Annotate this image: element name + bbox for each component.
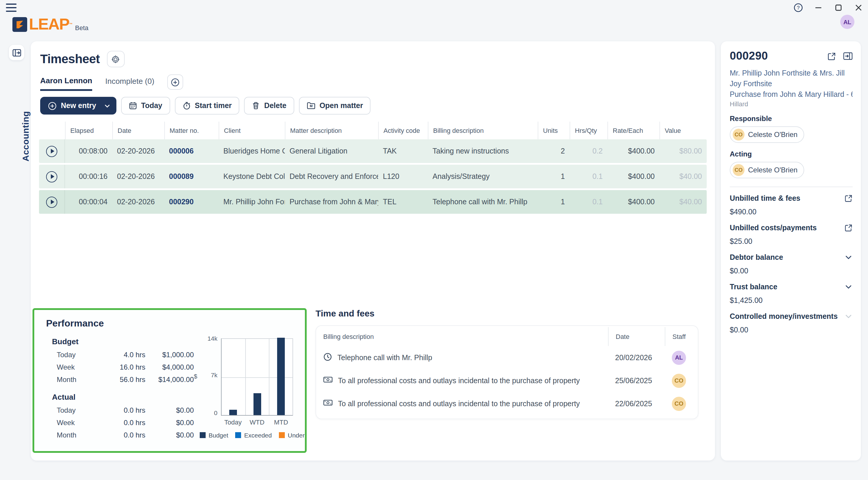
billing-description-cell: Taking new instructions — [428, 139, 538, 163]
chart-bar-mtd — [277, 338, 284, 415]
section-value: $1,425.00 — [730, 297, 852, 305]
rate-each-cell: $400.00 — [608, 165, 659, 188]
play-icon[interactable] — [46, 171, 57, 182]
performance-stat-row: Week0.0 hrs$0.00 — [52, 416, 194, 428]
start-timer-button[interactable]: Start timer — [175, 97, 239, 114]
column-header: Billing description — [428, 122, 538, 139]
clock-icon — [323, 352, 332, 363]
time-and-fees-header: Billing descriptionDateStaff — [316, 327, 698, 346]
money-icon — [323, 399, 333, 409]
performance-stat-row: Week16.0 hrs$4,000.00 — [52, 361, 194, 373]
matter-section: Controlled money/investments$0.00 — [730, 313, 852, 335]
fees-row[interactable]: To all professional costs and outlays in… — [316, 392, 698, 415]
tab-incomplete[interactable]: Incomplete (0) — [105, 77, 154, 90]
hrs-qty-cell: 0.2 — [569, 139, 608, 163]
section-label: Controlled money/investments — [730, 313, 844, 321]
fees-row[interactable]: To all professional costs and outlays in… — [316, 369, 698, 392]
gear-icon[interactable] — [107, 51, 125, 67]
section-header[interactable]: Debtor balance — [730, 253, 852, 262]
value-cell: $40.00 — [659, 190, 707, 214]
matter-no-link[interactable]: 000290 — [164, 190, 219, 214]
chart-bar-wtd — [253, 393, 261, 415]
activity-code-cell: TEL — [378, 190, 428, 214]
external-link-icon[interactable] — [844, 195, 852, 203]
matter-no-link[interactable]: 000089 — [164, 165, 219, 188]
fees-row[interactable]: Telephone call with Mr. Phillp20/02/2026… — [316, 346, 698, 369]
tab-aaron-lennon[interactable]: Aaron Lennon — [40, 76, 92, 91]
budget-label: Budget — [52, 337, 194, 346]
legend-item: Under — [279, 432, 305, 439]
money-icon — [323, 376, 333, 385]
client-cell: Mr. Phillip John Fort... — [219, 190, 285, 214]
close-icon[interactable] — [852, 2, 864, 13]
matter-section: Unbilled costs/payments$25.00 — [730, 224, 852, 246]
svg-text:?: ? — [797, 5, 800, 11]
hrs-qty-cell: 0.1 — [569, 165, 608, 188]
elapsed-cell: 00:08:00 — [65, 139, 112, 163]
performance-stat-row: Month0.0 hrs$0.00 — [52, 428, 194, 441]
column-header: Rate/Each — [608, 122, 659, 139]
play-icon[interactable] — [46, 196, 57, 208]
column-header: Hrs/Qty — [569, 122, 608, 139]
acting-person-chip[interactable]: CO Celeste O'Brien — [730, 162, 804, 179]
section-label: Trust balance — [730, 283, 844, 292]
play-icon[interactable] — [46, 145, 57, 157]
chevron-down-icon — [104, 102, 111, 109]
open-matter-button[interactable]: M Open matter — [299, 97, 370, 114]
chevron-down-icon[interactable] — [844, 253, 852, 262]
performance-stat-row: Today4.0 hrs$1,000.00 — [52, 348, 194, 361]
collapse-panel-icon[interactable] — [843, 52, 852, 61]
section-header[interactable]: Trust balance — [730, 283, 852, 292]
chart-ytick: 7k — [195, 371, 217, 378]
sidebar-item-accounting[interactable]: Accounting — [20, 111, 30, 162]
timesheet-row[interactable]: 00:08:0002-20-2026000006Blueridges Home … — [39, 139, 707, 163]
timesheet-tabs: Aaron Lennon Incomplete (0) — [39, 74, 707, 92]
timesheet-row[interactable]: 00:00:1602-20-2026000089Keystone Debt Co… — [39, 165, 707, 188]
performance-panel: Performance Budget Today4.0 hrs$1,000.00… — [32, 308, 307, 453]
help-icon[interactable]: ? — [793, 2, 804, 13]
section-label: Debtor balance — [730, 253, 844, 262]
chart-ytick: 0 — [195, 409, 217, 416]
section-header[interactable]: Unbilled time & fees — [730, 195, 852, 203]
external-link-icon[interactable] — [827, 52, 836, 61]
minimize-icon[interactable] — [812, 2, 824, 13]
timesheet-panel: Timesheet Aaron Lennon Incomplete (0) Ne… — [31, 41, 715, 460]
avatar: CO — [733, 164, 745, 176]
calendar-icon — [129, 102, 137, 110]
plus-circle-icon — [48, 101, 57, 110]
maximize-icon[interactable] — [833, 2, 844, 13]
leap-logo-icon — [12, 17, 27, 32]
elapsed-cell: 00:00:16 — [65, 165, 112, 188]
responsible-person-chip[interactable]: CO Celeste O'Brien — [730, 127, 804, 143]
chevron-down-icon[interactable] — [844, 313, 852, 321]
matter-no-link[interactable]: 000006 — [164, 139, 219, 163]
add-tab-icon[interactable] — [167, 74, 183, 90]
divider — [730, 187, 852, 187]
section-header[interactable]: Unbilled costs/payments — [730, 224, 852, 232]
new-entry-button[interactable]: New entry — [40, 97, 116, 114]
rate-each-cell: $400.00 — [608, 139, 659, 163]
performance-stat-row: Today0.0 hrs$0.00 — [52, 404, 194, 416]
today-button[interactable]: Today — [121, 97, 170, 114]
column-header: Activity code — [378, 122, 428, 139]
delete-button[interactable]: Delete — [244, 97, 294, 114]
staff-avatar: CO — [672, 373, 686, 387]
section-value: $0.00 — [730, 267, 852, 275]
responsible-label: Responsible — [730, 115, 852, 123]
activity-code-cell: L120 — [378, 165, 428, 188]
leap-logo-text: LEAP™ — [29, 17, 72, 32]
performance-title: Performance — [46, 318, 294, 329]
timesheet-row[interactable]: 00:00:0402-20-2026000290Mr. Phillip John… — [39, 190, 707, 214]
matter-section: Unbilled time & fees$490.00 — [730, 195, 852, 216]
fees-description: To all professional costs and outlays in… — [338, 376, 580, 385]
chevron-down-icon[interactable] — [844, 283, 852, 292]
matter-sub-text: Hillard — [730, 101, 852, 108]
external-link-icon[interactable] — [844, 224, 852, 232]
legend-item: Budget — [200, 432, 228, 439]
hamburger-menu-icon[interactable] — [6, 4, 17, 12]
expand-sidebar-icon[interactable] — [9, 45, 24, 60]
column-header: Matter description — [285, 122, 378, 139]
user-avatar[interactable]: AL — [840, 15, 855, 29]
acting-label: Acting — [730, 150, 852, 159]
section-header[interactable]: Controlled money/investments — [730, 313, 852, 321]
